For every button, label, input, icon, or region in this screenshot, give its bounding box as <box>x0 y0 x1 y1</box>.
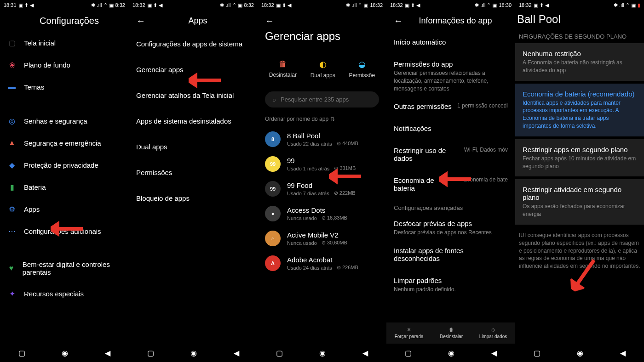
app-size: ⊘ 440MB <box>337 141 358 147</box>
app-row[interactable]: 99 99 Usado 1 mês atrás⊘ 331MB <box>258 152 386 176</box>
recents-icon[interactable]: ▢ <box>18 349 25 357</box>
settings-item[interactable]: ▢ Tela inicial <box>0 32 129 54</box>
item-label: Temas <box>24 83 44 91</box>
blur-previews-row[interactable]: Desfocar prévias de apps Desfocar prévia… <box>386 213 515 240</box>
app-row[interactable]: 99 99 Food Usado 7 dias atrás⊘ 222MB <box>258 176 386 201</box>
unknown-sources-row[interactable]: Instalar apps de fontes desconhecidas <box>386 240 515 270</box>
recents-icon[interactable]: ▢ <box>534 349 540 357</box>
back-icon[interactable]: ◀ <box>620 349 626 357</box>
home-icon[interactable]: ◉ <box>448 349 454 357</box>
label: Restringir apps em segundo plano <box>523 146 637 153</box>
app-usage: Usado 7 dias atrás <box>287 191 329 196</box>
home-icon[interactable]: ◉ <box>319 349 326 357</box>
trash-icon: 🗑 <box>449 327 454 332</box>
clock2: 8:32 <box>244 2 254 8</box>
menu-item[interactable]: Apps de sistema desinstalados <box>129 109 258 135</box>
settings-item[interactable]: ❀ Plano de fundo <box>0 54 129 76</box>
recents-icon[interactable]: ▢ <box>147 349 154 357</box>
home-icon[interactable]: ◉ <box>190 349 197 357</box>
recents-icon[interactable]: ▢ <box>276 349 283 357</box>
app-icon: 99 <box>265 156 281 172</box>
status-icons-right: ✱ .ıll ⌃ ▣ <box>614 2 636 8</box>
dual-apps-button[interactable]: ◐Dual apps <box>310 59 335 79</box>
option-restrict-background-apps[interactable]: Restringir apps em segundo plano Fechar … <box>515 139 644 177</box>
app-row[interactable]: ● Access Dots Nunca usado⊘ 16,83MB <box>258 201 386 226</box>
other-permissions-row[interactable]: Outras permissões 1 permissão concedi <box>386 96 515 118</box>
permissions-row[interactable]: Permissões do app Gerenciar permissões r… <box>386 54 515 96</box>
back-icon[interactable]: ◀ <box>362 349 368 357</box>
app-size: ⊘ 226MB <box>337 265 358 271</box>
settings-item[interactable]: ◆ Proteção de privacidade <box>0 154 129 176</box>
header: Configurações <box>0 10 129 32</box>
app-name: Adobe Acrobat <box>287 256 379 264</box>
menu-item[interactable]: Configurações de apps de sistema <box>129 32 258 57</box>
uninstall-button[interactable]: 🗑Desinstalar <box>440 327 463 339</box>
arrow-pointer <box>439 171 471 189</box>
back-button[interactable]: ← <box>136 16 145 26</box>
back-button[interactable]: ← <box>394 16 403 26</box>
app-name: 8 Ball Pool <box>287 132 379 140</box>
label: Economia de bateria (recomendado) <box>523 90 637 98</box>
item-label: Plano de fundo <box>24 61 70 69</box>
recents-icon[interactable]: ▢ <box>405 349 412 357</box>
settings-item[interactable]: ✦ Recursos especiais <box>0 283 129 305</box>
label: Desinstalar <box>440 334 463 339</box>
autostart-row[interactable]: Início automático <box>386 32 515 54</box>
item-icon: ❀ <box>7 60 17 69</box>
data-usage-row[interactable]: Restringir uso de dados Wi-Fi, Dados móv <box>386 140 515 170</box>
option-no-restriction[interactable]: Nenhuma restrição A Economia de bateria … <box>515 43 644 81</box>
uninstall-button[interactable]: 🗑Desinstalar <box>269 59 297 79</box>
force-stop-button[interactable]: ✕Forçar parada <box>395 327 424 339</box>
screen-apps: 18:32▣ ⬆ ◀ ✱ .ıll ⌃ ▣8:32 ← Apps Configu… <box>129 0 258 362</box>
back-icon[interactable]: ◀ <box>234 349 239 357</box>
menu-item[interactable]: Bloqueio de apps <box>129 186 258 212</box>
clear-data-button[interactable]: ◇Limpar dados <box>479 327 507 339</box>
page-title: Ball Pool <box>517 13 561 25</box>
nav-bar: ▢ ◉ ◀ <box>0 344 129 362</box>
option-restrict-background-activity[interactable]: Restringir atividade em segundo plano Os… <box>515 179 644 225</box>
back-icon[interactable]: ◀ <box>105 349 110 357</box>
section-header: NFIGURAÇÕES DE SEGUNDO PLANO <box>515 28 644 42</box>
label: Dual apps <box>310 72 335 79</box>
settings-item[interactable]: ♥ Bem-estar digital e controles parentai… <box>0 254 129 283</box>
screen-manage-apps: 18:32▣ ⬆ ◀ ✱ .ıll ⌃ ▣18:32 ← Gerenciar a… <box>258 0 386 362</box>
eraser-icon: ◇ <box>491 327 495 332</box>
app-row[interactable]: 8 8 Ball Pool Usado 22 dias atrás⊘ 440MB <box>258 127 386 152</box>
clear-defaults-row[interactable]: Limpar padrões Nenhum padrão definido. <box>386 270 515 297</box>
app-usage: Usado 22 dias atrás <box>287 141 332 147</box>
search-input[interactable]: ⌕ Pesquisar entre 235 apps <box>265 91 379 107</box>
arrow-pointer <box>329 168 361 187</box>
settings-item[interactable]: ⚙ Apps <box>0 198 129 220</box>
permissions-button[interactable]: ◒Permissõe <box>349 59 375 79</box>
app-usage: Nunca usado <box>287 240 317 246</box>
status-icons-left: ▣ ⬆ ◀ <box>276 2 291 8</box>
notifications-row[interactable]: Notificações <box>386 118 515 140</box>
settings-item[interactable]: ▲ Segurança e emergência <box>0 132 129 154</box>
settings-item[interactable]: ◎ Senhas e segurança <box>0 110 129 132</box>
status-icons-right: ✱ .ıll ⌃ ▣ <box>475 2 497 8</box>
item-label: Apps <box>24 205 40 213</box>
search-icon: ⌕ <box>272 96 276 103</box>
app-name: Active Mobile V2 <box>287 231 379 239</box>
back-icon[interactable]: ◀ <box>491 349 497 357</box>
apps-menu-list: Configurações de apps de sistema Gerenci… <box>129 32 258 212</box>
home-icon[interactable]: ◉ <box>577 349 583 357</box>
app-row[interactable]: ⌂ Active Mobile V2 Nunca usado⊘ 30,60MB <box>258 226 386 251</box>
menu-item[interactable]: Permissões <box>129 160 258 186</box>
sort-button[interactable]: Ordenar por nome do app ⇅ <box>258 111 386 127</box>
sublabel: Nenhum padrão definido. <box>394 286 508 294</box>
app-icon: 8 <box>265 131 281 147</box>
app-row[interactable]: A Adobe Acrobat Usado 24 dias atrás⊘ 226… <box>258 251 386 276</box>
option-battery-saver-recommended[interactable]: Economia de bateria (recomendado) Identi… <box>515 84 644 136</box>
label: Limpar dados <box>479 334 507 339</box>
home-icon[interactable]: ◉ <box>62 349 68 357</box>
trash-icon: 🗑 <box>279 59 287 69</box>
label: Desinstalar <box>269 72 297 78</box>
page-title: Gerenciar apps <box>258 26 386 50</box>
clock2: 18:32 <box>370 2 383 8</box>
settings-item[interactable]: ▮ Bateria <box>0 176 129 198</box>
back-button[interactable]: ← <box>265 16 274 26</box>
app-usage: Usado 1 mês atrás <box>287 166 329 171</box>
menu-item[interactable]: Dual apps <box>129 135 258 160</box>
settings-item[interactable]: ▬ Temas <box>0 76 129 98</box>
